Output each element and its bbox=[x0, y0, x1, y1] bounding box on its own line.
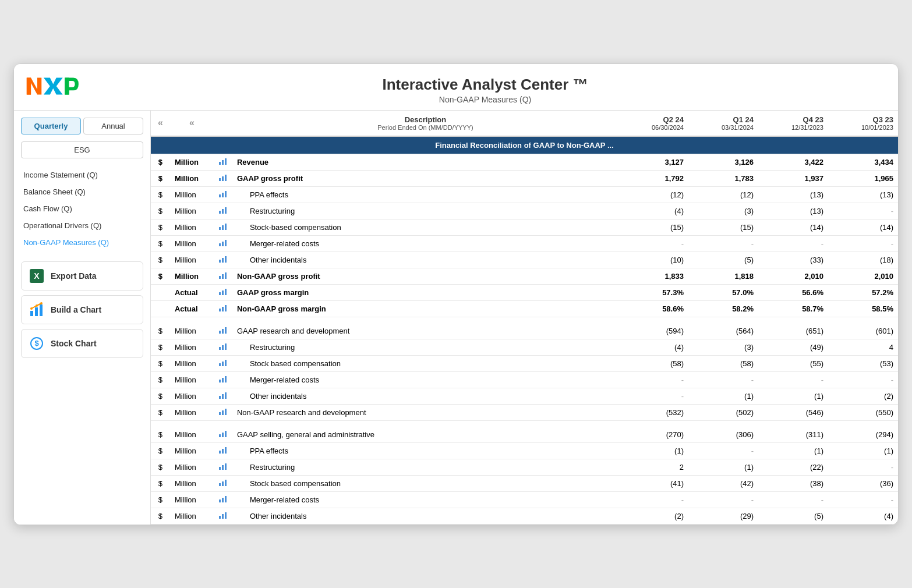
chart-icon-cell[interactable] bbox=[214, 355, 232, 371]
unit-cell: Million bbox=[170, 371, 214, 388]
collapse-all-icon[interactable]: « bbox=[155, 115, 165, 130]
q3_23-cell: - bbox=[828, 491, 898, 508]
chart-icon-cell[interactable] bbox=[214, 388, 232, 404]
svg-rect-42 bbox=[222, 307, 224, 311]
currency-cell: $ bbox=[151, 508, 170, 524]
header-q3-23: Q3 23 10/01/2023 bbox=[828, 111, 898, 136]
q1_24-cell: - bbox=[688, 442, 758, 459]
chart-icon-cell[interactable] bbox=[214, 203, 232, 219]
q4_23-cell: (55) bbox=[758, 355, 828, 371]
q2_24-cell: (12) bbox=[618, 186, 688, 203]
svg-rect-37 bbox=[225, 272, 227, 279]
header-description: Description Period Ended On (MM/DD/YYYY) bbox=[232, 111, 618, 136]
sidebar: Quarterly Annual ESG Income Statement (Q… bbox=[14, 111, 151, 525]
q1_24-cell: (3) bbox=[688, 203, 758, 219]
unit-cell: Million bbox=[170, 268, 214, 284]
q3_23-cell: 2,010 bbox=[828, 268, 898, 284]
chart-icon-cell[interactable] bbox=[214, 427, 232, 443]
table-row: ActualGAAP gross margin57.3%57.0%56.6%57… bbox=[151, 284, 898, 300]
spacer-row bbox=[151, 420, 898, 427]
svg-rect-78 bbox=[222, 514, 224, 519]
q1_24-cell: (29) bbox=[688, 508, 758, 524]
sidebar-item-income[interactable]: Income Statement (Q) bbox=[14, 167, 150, 183]
q2_24-cell: (15) bbox=[618, 219, 688, 235]
q2_24-cell: (532) bbox=[618, 404, 688, 420]
description-cell: Other incidentals bbox=[232, 508, 618, 524]
q2_24-cell: (58) bbox=[618, 355, 688, 371]
header-q2-24: Q2 24 06/30/2024 bbox=[618, 111, 688, 136]
q2_24-cell: 57.3% bbox=[618, 284, 688, 300]
unit-cell: Million bbox=[170, 508, 214, 524]
chart-icon-cell[interactable] bbox=[214, 371, 232, 388]
chart-icon-cell[interactable] bbox=[214, 252, 232, 268]
chart-icon-cell[interactable] bbox=[214, 170, 232, 186]
q4_23-cell: 58.7% bbox=[758, 300, 828, 317]
header-title-area: Interactive Analyst Center ™ Non-GAAP Me… bbox=[84, 73, 886, 104]
stock-chart-button[interactable]: $ Stock Chart bbox=[21, 329, 143, 358]
q1_24-cell: (5) bbox=[688, 252, 758, 268]
chart-icon-cell[interactable] bbox=[214, 491, 232, 508]
chart-icon-cell[interactable] bbox=[214, 442, 232, 459]
sidebar-item-nongaap[interactable]: Non-GAAP Measures (Q) bbox=[14, 234, 150, 251]
q1_24-cell: - bbox=[688, 235, 758, 252]
q3_23-cell: (601) bbox=[828, 323, 898, 339]
currency-cell: $ bbox=[151, 371, 170, 388]
sidebar-item-operational[interactable]: Operational Drivers (Q) bbox=[14, 217, 150, 234]
q1_24-cell: (42) bbox=[688, 475, 758, 491]
svg-rect-45 bbox=[222, 329, 224, 334]
chart-icon-cell[interactable] bbox=[214, 186, 232, 203]
tab-quarterly[interactable]: Quarterly bbox=[21, 118, 81, 134]
svg-rect-20 bbox=[219, 194, 221, 197]
svg-rect-40 bbox=[225, 289, 227, 295]
svg-rect-14 bbox=[219, 162, 221, 165]
q1_24-cell: 57.0% bbox=[688, 284, 758, 300]
chart-icon-cell[interactable] bbox=[214, 284, 232, 300]
esg-button[interactable]: ESG bbox=[21, 141, 143, 158]
chart-icon-cell[interactable] bbox=[214, 404, 232, 420]
q2_24-cell: 1,833 bbox=[618, 268, 688, 284]
description-cell: Merger-related costs bbox=[232, 235, 618, 252]
svg-rect-30 bbox=[222, 242, 224, 246]
chart-icon-cell[interactable] bbox=[214, 339, 232, 355]
currency-cell: $ bbox=[151, 339, 170, 355]
chart-icon-cell[interactable] bbox=[214, 219, 232, 235]
svg-text:X: X bbox=[34, 271, 40, 281]
tab-annual[interactable]: Annual bbox=[83, 118, 143, 134]
q4_23-cell: - bbox=[758, 371, 828, 388]
build-chart-button[interactable]: Build a Chart bbox=[21, 295, 143, 324]
table-body: Financial Reconciliation of GAAP to Non-… bbox=[151, 136, 898, 525]
chart-icon-cell[interactable] bbox=[214, 154, 232, 170]
chart-icon-cell[interactable] bbox=[214, 323, 232, 339]
unit-cell: Million bbox=[170, 442, 214, 459]
chart-icon-cell[interactable] bbox=[214, 300, 232, 317]
svg-rect-29 bbox=[219, 243, 221, 246]
svg-rect-63 bbox=[222, 433, 224, 437]
description-cell: Other incidentals bbox=[232, 388, 618, 404]
currency-cell: $ bbox=[151, 323, 170, 339]
q2_24-cell: - bbox=[618, 235, 688, 252]
header-q4-23: Q4 23 12/31/2023 bbox=[758, 111, 828, 136]
q3_23-cell: (13) bbox=[828, 186, 898, 203]
description-cell: Stock-based compensation bbox=[232, 219, 618, 235]
chart-icon-cell[interactable] bbox=[214, 459, 232, 475]
q4_23-cell: (38) bbox=[758, 475, 828, 491]
unit-cell: Actual bbox=[170, 300, 214, 317]
svg-rect-7 bbox=[35, 307, 38, 316]
collapse-icon[interactable]: « bbox=[187, 115, 197, 130]
chart-icon-cell[interactable] bbox=[214, 268, 232, 284]
currency-cell: $ bbox=[151, 203, 170, 219]
unit-cell: Million bbox=[170, 475, 214, 491]
content-area[interactable]: « « Description Period Ended On (MM/DD/Y… bbox=[151, 111, 898, 525]
sidebar-item-balance[interactable]: Balance Sheet (Q) bbox=[14, 183, 150, 200]
currency-cell: $ bbox=[151, 404, 170, 420]
chart-icon-cell[interactable] bbox=[214, 475, 232, 491]
export-data-button[interactable]: X Export Data bbox=[21, 261, 143, 291]
chart-icon-cell[interactable] bbox=[214, 508, 232, 524]
q3_23-cell: (550) bbox=[828, 404, 898, 420]
chart-icon-cell[interactable] bbox=[214, 235, 232, 252]
svg-rect-17 bbox=[219, 178, 221, 181]
svg-rect-69 bbox=[222, 465, 224, 470]
q4_23-cell: (22) bbox=[758, 459, 828, 475]
unit-cell: Million bbox=[170, 154, 214, 170]
sidebar-item-cashflow[interactable]: Cash Flow (Q) bbox=[14, 200, 150, 217]
